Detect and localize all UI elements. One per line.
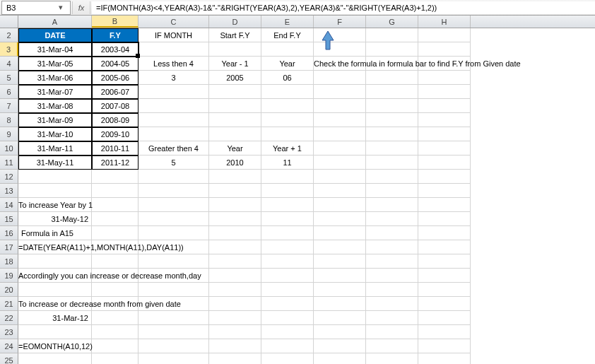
select-all-corner[interactable] xyxy=(0,16,18,28)
cell[interactable] xyxy=(314,184,366,198)
cell[interactable] xyxy=(139,99,209,113)
cell[interactable] xyxy=(314,113,366,127)
cell-fy[interactable]: 2005-06 xyxy=(92,71,139,85)
cell[interactable] xyxy=(366,99,418,113)
row-header[interactable]: 7 xyxy=(0,99,18,113)
cell[interactable]: 31-Mar-12 xyxy=(18,311,92,325)
cell[interactable] xyxy=(139,339,209,353)
cell[interactable]: Greater then 4 xyxy=(139,141,209,155)
row-header[interactable]: 14 xyxy=(0,198,18,212)
cell[interactable] xyxy=(209,254,261,269)
header-date[interactable]: DATE xyxy=(18,28,92,42)
row-header[interactable]: 12 xyxy=(0,170,18,184)
cell[interactable] xyxy=(366,226,418,240)
col-header-H[interactable]: H xyxy=(418,16,471,28)
cell[interactable] xyxy=(418,141,471,155)
cell[interactable] xyxy=(92,226,139,240)
cell[interactable] xyxy=(418,297,471,311)
col-header-D[interactable]: D xyxy=(209,16,261,28)
cell[interactable] xyxy=(92,184,139,198)
cell[interactable] xyxy=(261,269,314,283)
cell[interactable] xyxy=(418,311,471,325)
cell[interactable] xyxy=(314,283,366,297)
cell[interactable] xyxy=(314,127,366,141)
cell[interactable] xyxy=(366,127,418,141)
row-header[interactable]: 16 xyxy=(0,226,18,240)
cell[interactable] xyxy=(261,184,314,198)
cell[interactable] xyxy=(209,269,261,283)
cell[interactable] xyxy=(139,42,209,57)
cell[interactable] xyxy=(314,71,366,85)
cell[interactable] xyxy=(418,240,471,254)
row-header[interactable]: 5 xyxy=(0,71,18,85)
cell[interactable] xyxy=(139,212,209,226)
cell[interactable] xyxy=(418,353,471,364)
cell[interactable] xyxy=(366,42,418,57)
cell[interactable] xyxy=(209,85,261,99)
cell[interactable] xyxy=(92,254,139,269)
cell[interactable] xyxy=(314,99,366,113)
row-header[interactable]: 20 xyxy=(0,283,18,297)
row-header[interactable]: 23 xyxy=(0,325,18,339)
cell[interactable] xyxy=(261,325,314,339)
cell[interactable] xyxy=(314,85,366,99)
cell[interactable] xyxy=(418,42,471,57)
cell[interactable]: =DATE(YEAR(A11)+1,MONTH(A11),DAY(A11)) xyxy=(18,240,92,254)
cell-date[interactable]: 31-Mar-07 xyxy=(18,85,92,99)
cell-date[interactable]: 31-Mar-10 xyxy=(18,127,92,141)
cell[interactable] xyxy=(366,283,418,297)
cell[interactable] xyxy=(209,212,261,226)
cell[interactable]: 2005 xyxy=(209,71,261,85)
cell[interactable] xyxy=(92,311,139,325)
cell[interactable] xyxy=(261,254,314,269)
cell[interactable] xyxy=(261,311,314,325)
cell[interactable] xyxy=(139,113,209,127)
cell[interactable] xyxy=(366,212,418,226)
cell[interactable]: 3 xyxy=(139,71,209,85)
cell[interactable] xyxy=(314,339,366,353)
cell[interactable] xyxy=(366,155,418,170)
cell-fy[interactable]: 2007-08 xyxy=(92,99,139,113)
cell[interactable] xyxy=(139,283,209,297)
cell[interactable] xyxy=(139,325,209,339)
cell[interactable] xyxy=(366,71,418,85)
cell[interactable]: Year - 1 xyxy=(209,57,261,71)
col-header-F[interactable]: F xyxy=(314,16,366,28)
col-header-E[interactable]: E xyxy=(261,16,314,28)
cell[interactable] xyxy=(314,155,366,170)
cell[interactable] xyxy=(261,226,314,240)
row-header[interactable]: 21 xyxy=(0,297,18,311)
fx-icon[interactable]: fx xyxy=(72,1,90,14)
row-header[interactable]: 3 xyxy=(0,42,18,57)
cell[interactable] xyxy=(139,226,209,240)
cell[interactable] xyxy=(139,127,209,141)
cell[interactable]: Year xyxy=(261,57,314,71)
cell[interactable] xyxy=(139,254,209,269)
formula-input[interactable]: =IF(MONTH(A3)<4,YEAR(A3)-1&"-"&RIGHT(YEA… xyxy=(92,1,595,14)
cell-check-note[interactable]: Check the formula in formula bar to find… xyxy=(314,57,366,71)
name-box-dropdown-icon[interactable]: ▾ xyxy=(56,3,66,13)
cell[interactable] xyxy=(92,283,139,297)
header-startfy[interactable]: Start F.Y xyxy=(209,28,261,42)
cell[interactable] xyxy=(139,170,209,184)
cell[interactable]: 11 xyxy=(261,155,314,170)
cell[interactable] xyxy=(418,339,471,353)
cell[interactable] xyxy=(261,85,314,99)
cell[interactable] xyxy=(209,325,261,339)
row-header[interactable]: 24 xyxy=(0,339,18,353)
cell[interactable] xyxy=(209,311,261,325)
cell[interactable]: Accordingly you can increase or decrease… xyxy=(18,269,92,283)
cell[interactable] xyxy=(314,198,366,212)
col-header-A[interactable]: A xyxy=(18,16,92,28)
row-header[interactable]: 17 xyxy=(0,240,18,254)
cell[interactable] xyxy=(209,339,261,353)
cell[interactable] xyxy=(92,170,139,184)
cell[interactable] xyxy=(366,325,418,339)
cell[interactable] xyxy=(366,311,418,325)
cell-fy[interactable]: 2010-11 xyxy=(92,141,139,155)
cell[interactable] xyxy=(261,42,314,57)
cell[interactable] xyxy=(209,127,261,141)
cell[interactable] xyxy=(314,212,366,226)
cell-date[interactable]: 31-Mar-08 xyxy=(18,99,92,113)
cell[interactable] xyxy=(314,254,366,269)
